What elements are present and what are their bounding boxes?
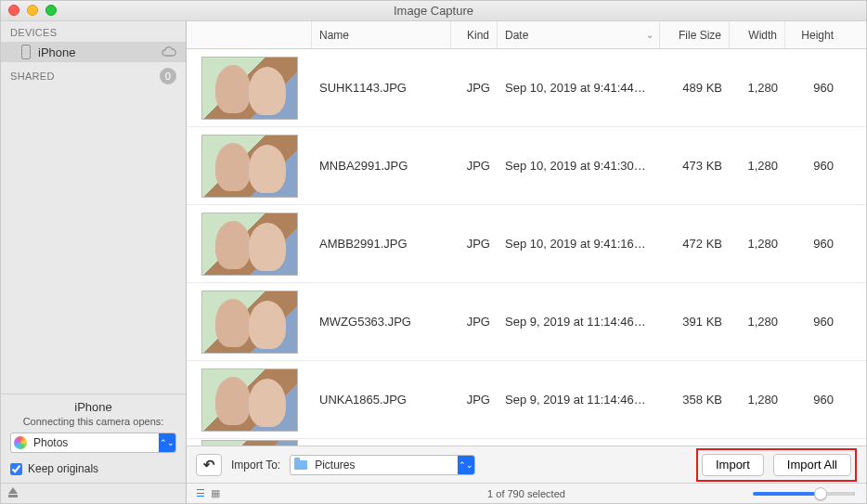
table-row[interactable]	[187, 439, 866, 446]
view-toggle: ☰ ▦	[196, 487, 220, 499]
name-cell: MNBA2991.JPG	[312, 159, 451, 173]
date-cell: Sep 9, 2019 at 11:14:46…	[498, 393, 660, 407]
date-cell: Sep 10, 2019 at 9:41:16…	[498, 237, 660, 251]
grid-view-icon[interactable]: ▦	[211, 487, 220, 499]
app-window: Image Capture DEVICES iPhone SHARED 0	[0, 0, 867, 504]
table-header: Name Kind Date⌄ File Size Width Height	[187, 21, 866, 49]
main-panel: Name Kind Date⌄ File Size Width Height S…	[187, 21, 866, 503]
table-row[interactable]: SUHK1143.JPG JPG Sep 10, 2019 at 9:41:44…	[187, 49, 866, 127]
height-cell: 960	[785, 159, 841, 173]
sidebar: DEVICES iPhone SHARED 0 iPhone Connectin…	[1, 21, 187, 503]
name-cell: UNKA1865.JPG	[312, 393, 451, 407]
selected-device-title: iPhone	[10, 400, 176, 414]
iphone-icon	[21, 45, 31, 59]
height-cell: 960	[785, 393, 841, 407]
date-cell: Sep 9, 2019 at 11:14:46…	[498, 315, 660, 329]
width-cell: 1,280	[730, 159, 785, 173]
import-all-button[interactable]: Import All	[773, 454, 851, 476]
photo-thumbnail	[201, 291, 298, 354]
column-name[interactable]: Name	[312, 21, 451, 48]
sidebar-section-devices: DEVICES	[1, 21, 186, 42]
titlebar: Image Capture	[1, 1, 866, 21]
sidebar-item-iphone[interactable]: iPhone	[1, 42, 186, 62]
thumbnail-cell	[187, 440, 312, 446]
height-cell: 960	[785, 81, 841, 95]
height-cell: 960	[785, 315, 841, 329]
kind-cell: JPG	[451, 237, 498, 251]
thumbnail-cell	[187, 213, 312, 276]
width-cell: 1,280	[730, 81, 785, 95]
photo-thumbnail	[201, 213, 298, 276]
thumbnail-cell	[187, 135, 312, 198]
kind-cell: JPG	[451, 315, 498, 329]
sidebar-section-shared: SHARED 0	[1, 62, 186, 88]
height-cell: 960	[785, 237, 841, 251]
thumbnail-cell	[187, 368, 312, 432]
cloud-icon	[162, 45, 176, 59]
chevron-updown-icon: ⌃⌄	[159, 433, 175, 452]
column-filesize[interactable]: File Size	[660, 21, 730, 48]
opens-with-dropdown[interactable]: Photos ⌃⌄	[10, 433, 176, 453]
opens-with-value: Photos	[30, 436, 159, 449]
content-area: DEVICES iPhone SHARED 0 iPhone Connectin…	[1, 21, 866, 503]
chevron-updown-icon: ⌃⌄	[458, 456, 474, 474]
minimize-window-button[interactable]	[27, 5, 38, 16]
photo-thumbnail	[201, 440, 298, 446]
list-view-icon[interactable]: ☰	[196, 487, 205, 499]
import-to-value: Pictures	[311, 459, 458, 472]
status-bar: ☰ ▦ 1 of 790 selected	[187, 483, 866, 503]
traffic-lights	[8, 5, 57, 16]
table-row[interactable]: UNKA1865.JPG JPG Sep 9, 2019 at 11:14:46…	[187, 361, 866, 439]
width-cell: 1,280	[730, 315, 785, 329]
shared-count-badge: 0	[160, 68, 176, 84]
table-body[interactable]: SUHK1143.JPG JPG Sep 10, 2019 at 9:41:44…	[187, 49, 866, 446]
thumbnail-size-slider[interactable]	[753, 492, 855, 496]
date-cell: Sep 10, 2019 at 9:41:44…	[498, 81, 660, 95]
filesize-cell: 489 KB	[660, 81, 730, 95]
name-cell: SUHK1143.JPG	[312, 81, 451, 95]
filesize-cell: 358 KB	[660, 393, 730, 407]
close-window-button[interactable]	[8, 5, 19, 16]
photo-thumbnail	[201, 57, 298, 120]
eject-icon[interactable]	[6, 487, 19, 500]
column-height[interactable]: Height	[785, 21, 841, 48]
keep-originals-checkbox[interactable]: Keep originals	[10, 462, 176, 475]
bottom-toolbar: ↶ Import To: Pictures ⌃⌄ Import Import A…	[187, 446, 866, 483]
table-row[interactable]: MWZG5363.JPG JPG Sep 9, 2019 at 11:14:46…	[187, 283, 866, 361]
selection-status: 1 of 790 selected	[487, 488, 565, 499]
sidebar-source-list: DEVICES iPhone SHARED 0	[1, 21, 186, 394]
folder-icon	[291, 460, 311, 470]
rotate-button[interactable]: ↶	[196, 454, 222, 476]
keep-originals-input[interactable]	[10, 463, 22, 475]
thumbnail-cell	[187, 291, 312, 354]
zoom-window-button[interactable]	[45, 5, 57, 16]
filesize-cell: 472 KB	[660, 237, 730, 251]
kind-cell: JPG	[451, 81, 498, 95]
name-cell: AMBB2991.JPG	[312, 237, 451, 251]
sidebar-footer	[1, 483, 186, 503]
column-width[interactable]: Width	[730, 21, 785, 48]
opens-label: Connecting this camera opens:	[10, 416, 176, 427]
photo-thumbnail	[201, 368, 298, 432]
column-date[interactable]: Date⌄	[498, 21, 660, 48]
kind-cell: JPG	[451, 393, 498, 407]
column-kind[interactable]: Kind	[451, 21, 498, 48]
filesize-cell: 473 KB	[660, 159, 730, 173]
photos-app-icon	[11, 436, 30, 449]
import-to-dropdown[interactable]: Pictures ⌃⌄	[290, 455, 475, 475]
column-thumbnail[interactable]	[187, 21, 312, 48]
width-cell: 1,280	[730, 393, 785, 407]
window-title: Image Capture	[394, 4, 473, 18]
slider-knob[interactable]	[814, 487, 827, 500]
table-row[interactable]: AMBB2991.JPG JPG Sep 10, 2019 at 9:41:16…	[187, 205, 866, 283]
name-cell: MWZG5363.JPG	[312, 315, 451, 329]
device-name-label: iPhone	[38, 45, 75, 59]
width-cell: 1,280	[730, 237, 785, 251]
import-buttons-highlight: Import Import All	[696, 448, 857, 482]
import-button[interactable]: Import	[702, 454, 764, 476]
thumbnail-cell	[187, 57, 312, 120]
table-row[interactable]: MNBA2991.JPG JPG Sep 10, 2019 at 9:41:30…	[187, 127, 866, 205]
filesize-cell: 391 KB	[660, 315, 730, 329]
shared-header-label: SHARED	[10, 71, 55, 82]
import-to-label: Import To:	[231, 459, 280, 472]
